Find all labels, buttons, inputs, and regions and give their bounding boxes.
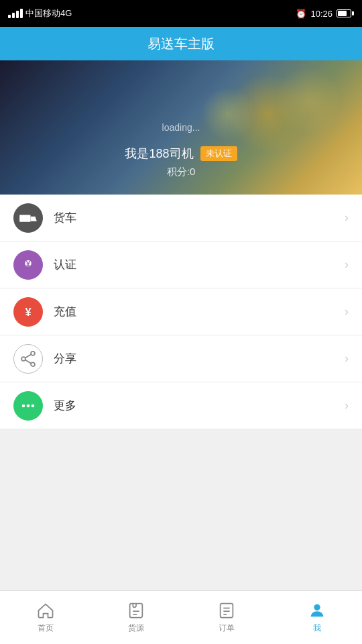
svg-point-15 bbox=[32, 404, 35, 407]
orders-icon bbox=[217, 601, 236, 620]
svg-rect-19 bbox=[220, 604, 233, 618]
svg-rect-0 bbox=[19, 215, 30, 222]
svg-point-2 bbox=[22, 221, 25, 224]
truck-icon bbox=[13, 203, 43, 233]
svg-point-3 bbox=[32, 221, 35, 224]
hero-username: 我是188司机 bbox=[125, 146, 193, 162]
hero-score: 积分:0 bbox=[167, 166, 196, 178]
empty-content-area bbox=[0, 429, 362, 564]
hero-name-row: 我是188司机 未认证 bbox=[125, 146, 237, 162]
menu-label-cert: 认证 bbox=[54, 257, 345, 272]
svg-line-11 bbox=[25, 354, 32, 358]
decor-circle-2 bbox=[201, 87, 255, 141]
more-icon bbox=[13, 391, 43, 421]
arrow-icon-share: › bbox=[345, 352, 349, 366]
menu-label-more: 更多 bbox=[54, 398, 345, 413]
status-bar: 中国移动4G ⏰ 10:26 bbox=[0, 0, 362, 27]
home-icon bbox=[36, 601, 55, 620]
tab-me[interactable]: 我 bbox=[272, 591, 362, 644]
tab-home[interactable]: 首页 bbox=[0, 591, 90, 644]
menu-item-truck[interactable]: 货车 › bbox=[0, 195, 362, 241]
svg-point-13 bbox=[22, 404, 25, 407]
time-text: 10:26 bbox=[310, 9, 333, 19]
svg-point-10 bbox=[31, 362, 35, 366]
tab-goods[interactable]: 货源 bbox=[90, 591, 181, 644]
svg-marker-1 bbox=[31, 216, 37, 221]
tab-me-label: 我 bbox=[313, 623, 321, 634]
svg-point-9 bbox=[21, 357, 25, 361]
status-left: 中国移动4G bbox=[8, 7, 72, 19]
menu-label-topup: 充值 bbox=[54, 304, 345, 319]
arrow-icon-cert: › bbox=[345, 258, 349, 272]
hero-banner: loading... 我是188司机 未认证 积分:0 bbox=[0, 60, 362, 195]
menu-item-more[interactable]: 更多 › bbox=[0, 382, 362, 429]
svg-text:¥: ¥ bbox=[25, 305, 32, 317]
menu-label-share: 分享 bbox=[54, 351, 345, 366]
goods-icon bbox=[127, 601, 145, 620]
menu-item-cert[interactable]: ¥ 认证 › bbox=[0, 241, 362, 288]
unverified-badge: 未认证 bbox=[200, 146, 237, 161]
battery-icon bbox=[337, 9, 354, 17]
arrow-icon-more: › bbox=[345, 398, 349, 413]
topup-icon: ¥ bbox=[13, 297, 43, 327]
svg-line-12 bbox=[25, 360, 32, 363]
signal-icon bbox=[8, 9, 23, 18]
cert-icon: ¥ bbox=[13, 250, 43, 280]
tab-home-label: 首页 bbox=[38, 623, 54, 634]
menu-item-share[interactable]: 分享 › bbox=[0, 335, 362, 382]
tab-goods-label: 货源 bbox=[128, 623, 144, 634]
tab-bar: 首页 货源 订单 我 bbox=[0, 590, 362, 644]
menu-label-truck: 货车 bbox=[54, 210, 345, 225]
arrow-icon-truck: › bbox=[345, 211, 349, 225]
share-icon bbox=[13, 344, 43, 374]
tab-orders[interactable]: 订单 bbox=[181, 591, 272, 644]
hero-user-info: 我是188司机 未认证 积分:0 bbox=[125, 146, 237, 178]
header-title: 易送车主版 bbox=[147, 35, 215, 53]
arrow-icon-topup: › bbox=[345, 305, 349, 319]
me-icon bbox=[308, 601, 326, 620]
app-header: 易送车主版 bbox=[0, 27, 362, 60]
svg-point-23 bbox=[314, 604, 320, 610]
carrier-text: 中国移动4G bbox=[25, 7, 72, 19]
svg-point-8 bbox=[31, 351, 35, 355]
alarm-icon: ⏰ bbox=[296, 9, 306, 19]
svg-point-14 bbox=[27, 404, 30, 407]
loading-text: loading... bbox=[162, 122, 200, 133]
menu-list: 货车 › ¥ 认证 › ¥ 充值 › bbox=[0, 195, 362, 429]
svg-text:¥: ¥ bbox=[26, 259, 31, 268]
decor-circle-3 bbox=[275, 67, 342, 134]
menu-item-topup[interactable]: ¥ 充值 › bbox=[0, 288, 362, 335]
status-right: ⏰ 10:26 bbox=[296, 9, 354, 19]
tab-orders-label: 订单 bbox=[219, 623, 235, 634]
